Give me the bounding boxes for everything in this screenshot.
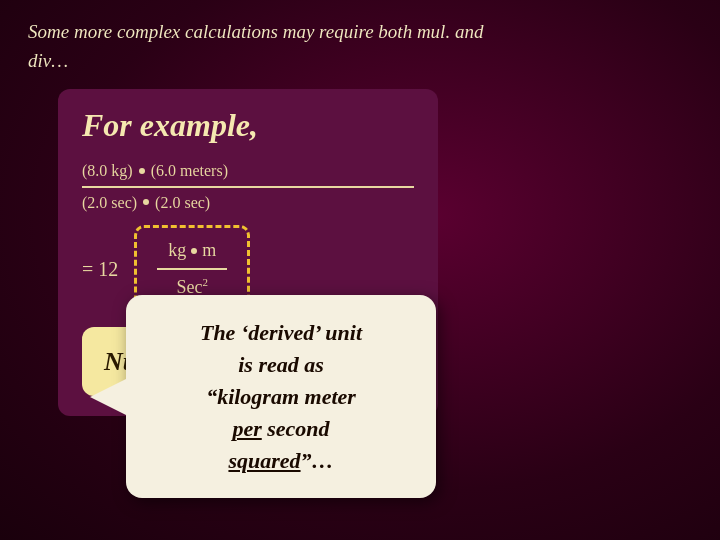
derived-line4b: second: [262, 416, 330, 441]
fraction-denominator: (2.0 sec) (2.0 sec): [82, 190, 414, 216]
unit-numerator-row: kg m: [168, 236, 216, 265]
fraction-numerator: (8.0 kg) (6.0 meters): [82, 158, 414, 184]
mul-dot-2: [143, 199, 149, 205]
unit-exp: 2: [203, 276, 209, 288]
derived-per-word: per: [232, 416, 261, 441]
mul-dot-1: [139, 168, 145, 174]
intro-text: Some more complex calculations may requi…: [28, 18, 692, 75]
unit-kg: kg: [168, 236, 186, 265]
arrow-left-icon: [90, 379, 126, 415]
equals-label: = 12: [82, 253, 118, 285]
derived-line5b: ”…: [301, 448, 334, 473]
derived-line1: The ‘derived’ unit: [200, 320, 362, 345]
den-sec2: (2.0 sec): [155, 190, 210, 216]
derived-text: The ‘derived’ unit is read as “kilogram …: [150, 317, 412, 476]
intro-line1: Some more complex calculations may requi…: [28, 21, 483, 42]
derived-line2: is read as: [238, 352, 324, 377]
derived-squared-word: squared: [228, 448, 300, 473]
unit-dot: [191, 248, 197, 254]
unit-m: m: [202, 236, 216, 265]
unit-sec: Sec: [177, 277, 203, 297]
derived-unit-box: The ‘derived’ unit is read as “kilogram …: [126, 295, 436, 498]
num-meters: (6.0 meters): [151, 158, 228, 184]
den-sec1: (2.0 sec): [82, 190, 137, 216]
derived-line3: “kilogram meter: [206, 384, 356, 409]
num-kg: (8.0 kg): [82, 158, 133, 184]
slide: Some more complex calculations may requi…: [0, 0, 720, 540]
fraction-bar: [82, 186, 414, 188]
for-example-title: For example,: [82, 107, 414, 144]
intro-line2: div…: [28, 50, 68, 71]
unit-fraction-bar: [157, 268, 227, 270]
